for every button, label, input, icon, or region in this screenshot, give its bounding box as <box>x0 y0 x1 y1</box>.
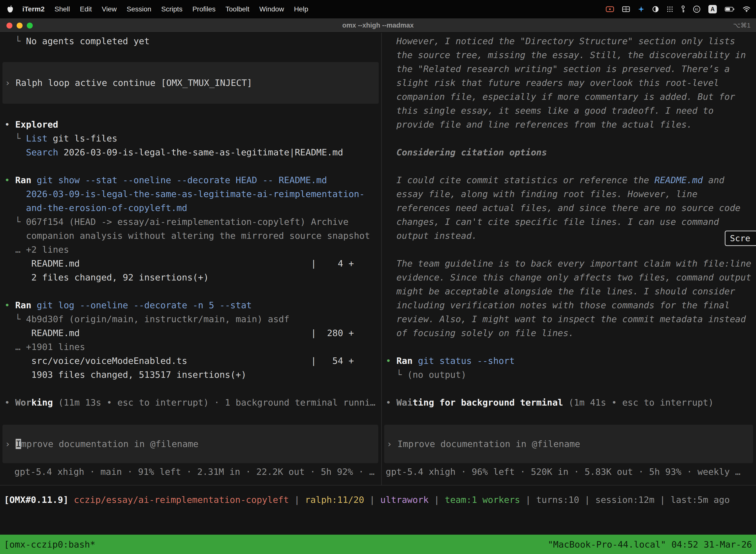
dots-grid-icon[interactable] <box>667 6 673 12</box>
menu-items: ShellEditViewSessionScriptsProfilesToolb… <box>55 5 308 13</box>
left-model-statusline: gpt-5.4 xhigh · main · 91% left · 2.31M … <box>0 465 381 479</box>
terminal-line <box>4 159 381 173</box>
right-terminal-pane: However, I noticed the "Directory Struct… <box>382 33 756 485</box>
terminal-line <box>4 382 381 396</box>
terminal-line: … +1901 lines <box>4 340 381 354</box>
terminal-line: the source tree, missing the essay. Stil… <box>386 48 756 62</box>
terminal-line: of focusing solely on file lines. <box>386 326 756 340</box>
menu-status-icons: 61 A <box>606 5 751 13</box>
terminal-line: README.md | 280 + <box>4 326 381 340</box>
text-cursor: I <box>16 439 21 449</box>
terminal-line: └ (no output) <box>386 368 756 382</box>
terminal-line: … +2 lines <box>4 243 381 257</box>
terminal-line: The team guideline is to back every impo… <box>386 257 756 271</box>
terminal-line: companion file, especially if more comme… <box>386 90 756 104</box>
screen: { "menu_bar": { "app_name": "iTerm2", "i… <box>0 0 756 554</box>
omx-session-statusline: [OMX#0.11.9] cczip/essay/ai-reimplementa… <box>0 493 756 507</box>
terminal-line: • Ran git status --short <box>386 354 756 368</box>
prompt-chevron: › <box>387 439 397 449</box>
screen-recording-indicator-icon[interactable] <box>606 6 614 12</box>
tooltip-popup: Scre <box>725 231 756 246</box>
terminal-line: references need actual files, and since … <box>386 201 756 215</box>
terminal-line: However, I noticed the "Directory Struct… <box>386 34 756 48</box>
terminal-line: essay file, along with finding root file… <box>386 187 756 201</box>
menu-item-app[interactable]: iTerm2 <box>22 5 45 13</box>
terminal-line <box>386 131 756 146</box>
terminal-line: this single essay, it seems like a good … <box>386 104 756 118</box>
terminal-line <box>386 382 756 396</box>
menu-item[interactable]: Profiles <box>192 5 215 13</box>
key-icon[interactable] <box>681 5 685 13</box>
terminal-line: 2 files changed, 92 insertions(+) <box>4 271 381 284</box>
prompt-chevron: › <box>5 439 16 449</box>
battery-icon[interactable] <box>725 6 735 12</box>
right-model-statusline: gpt-5.4 xhigh · 96% left · 520K in · 5.8… <box>382 465 756 479</box>
tmux-status-bar: [omx-cczip0:bash* "MacBook-Pro-44.local"… <box>0 535 756 554</box>
terminal-line: └ 067f154 (HEAD -> essay/ai-reimplementa… <box>4 215 381 229</box>
terminal-line: └ 4b9d30f (origin/main, instructkr/main,… <box>4 312 381 326</box>
terminal-line: the "Related research writing" section i… <box>386 62 756 76</box>
terminal-line: I could cite commit statistics or refere… <box>386 173 756 187</box>
terminal-line <box>386 243 756 257</box>
terminal-line: └ List git ls-files <box>4 131 381 146</box>
wifi-icon[interactable] <box>743 6 751 12</box>
terminal-line: • Ran git log --oneline --decorate -n 5 … <box>4 298 381 312</box>
terminal-line: output instead. <box>386 229 756 243</box>
menu-item[interactable]: Scripts <box>161 5 183 13</box>
spark-icon[interactable] <box>638 6 644 12</box>
menu-bar: iTerm2 ShellEditViewSessionScriptsProfil… <box>0 0 756 18</box>
terminal-line: • Ran git show --stat --oneline --decora… <box>4 173 381 187</box>
terminal-line: and-the-erosion-of-copyleft.md <box>4 201 381 215</box>
terminal-line: └ No agents completed yet <box>4 34 381 48</box>
terminal-line: gpt-5.4 xhigh · main · 91% left · 2.31M … <box>14 465 381 479</box>
input-source-icon[interactable]: A <box>708 5 717 13</box>
terminal-line: slight risk that future readers may over… <box>386 76 756 90</box>
terminal-line: README.md | 4 + <box>4 257 381 271</box>
terminal-line: • Waiting for background terminal (1m 41… <box>386 396 756 409</box>
terminal-line: gpt-5.4 xhigh · 96% left · 520K in · 5.8… <box>386 465 756 479</box>
terminal-line <box>4 48 381 62</box>
terminal-line: src/voice/voiceModeEnabled.ts | 54 + <box>4 354 381 368</box>
contrast-circle-icon[interactable] <box>652 6 659 12</box>
prompt-text: Improve documentation in @filename <box>397 439 580 449</box>
terminal-line: review. Also, I might want to inspect th… <box>386 312 756 326</box>
terminal-line: 2026-03-09-is-legal-the-same-as-legitima… <box>4 187 381 201</box>
left-terminal-pane: └ No agents completed yet › Ralph loop a… <box>0 33 382 485</box>
terminal-line <box>386 340 756 354</box>
prompt-text: mprove documentation in @filename <box>21 439 198 449</box>
menu-item[interactable]: Toolbelt <box>226 5 250 13</box>
terminal-line: including verification notes with those … <box>386 298 756 312</box>
tmux-host-clock: "MacBook-Pro-44.local" 04:52 31-Mar-26 <box>548 539 752 550</box>
terminal-line: 1903 files changed, 513517 insertions(+) <box>4 368 381 382</box>
menu-item[interactable]: Window <box>259 5 284 13</box>
right-scrollback: However, I noticed the "Directory Struct… <box>382 34 756 409</box>
terminal-line: [OMX#0.11.9] cczip/essay/ai-reimplementa… <box>4 493 756 507</box>
terminal-line: › Ralph loop active continue [OMX_TMUX_I… <box>5 76 252 90</box>
terminal-line: companion analysis without altering the … <box>4 229 381 243</box>
left-scrollback-top: └ No agents completed yet <box>0 34 381 62</box>
left-prompt-input[interactable]: › Improve documentation in @filename <box>2 425 378 463</box>
right-prompt-input[interactable]: › Improve documentation in @filename <box>384 425 753 463</box>
tmux-session-name: [omx-cczip0:bash* <box>4 539 95 550</box>
svg-text:61: 61 <box>695 8 698 11</box>
terminal-line: evidence. Since this change only affects… <box>386 271 756 284</box>
apple-menu[interactable] <box>7 5 13 13</box>
window-title-bar: omx --xhigh --madmax ⌥⌘1 <box>0 18 756 33</box>
window-shortcut-badge: ⌥⌘1 <box>733 18 751 32</box>
tmux-inject-line: › Ralph loop active continue [OMX_TMUX_I… <box>5 76 252 90</box>
tmux-inject-banner: › Ralph loop active continue [OMX_TMUX_I… <box>2 62 379 104</box>
menu-item[interactable]: Edit <box>80 5 92 13</box>
terminal-line: provide file and line references from th… <box>386 118 756 131</box>
battery-circle-icon[interactable]: 61 <box>693 5 700 13</box>
terminal-line <box>4 104 381 118</box>
menu-item[interactable]: Session <box>126 5 151 13</box>
terminal-line: might be acceptable alongside the file l… <box>386 284 756 298</box>
menu-item[interactable]: View <box>102 5 117 13</box>
terminal-line <box>386 159 756 173</box>
terminal-line: • Working (11m 13s • esc to interrupt) ·… <box>4 396 381 409</box>
window-grid-icon[interactable] <box>622 6 630 12</box>
menu-item[interactable]: Help <box>294 5 308 13</box>
menu-item[interactable]: Shell <box>55 5 70 13</box>
terminal-line: • Explored <box>4 118 381 131</box>
terminal-line <box>4 284 381 298</box>
